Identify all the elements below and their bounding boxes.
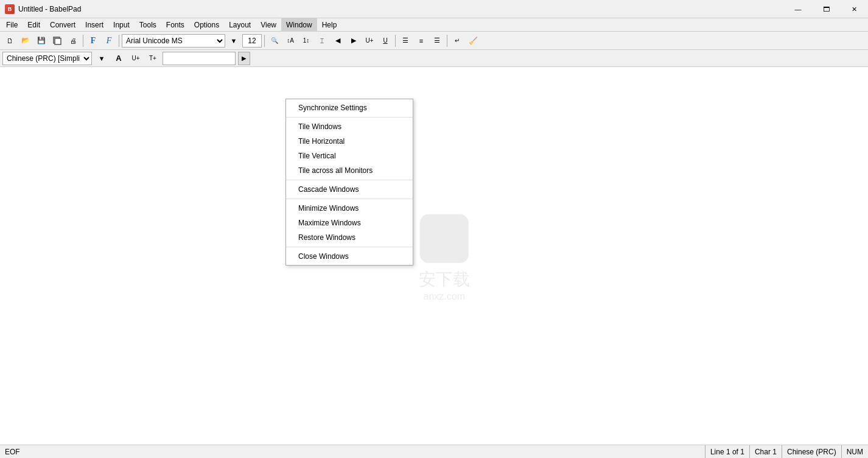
num-button[interactable]: 1↕ [299,33,313,48]
title-bar: B Untitled - BabelPad — 🗖 ✕ [0,0,868,18]
uu-button[interactable]: U [378,33,393,48]
menu-convert[interactable]: Convert [45,18,80,32]
menu-help[interactable]: Help [317,18,342,32]
new-button[interactable]: 🗋 [2,33,17,48]
menu-item-restore-windows[interactable]: Restore Windows [286,230,413,245]
menu-input[interactable]: Input [108,18,135,32]
eraser-button[interactable]: 🧹 [466,33,480,48]
menu-edit[interactable]: Edit [23,18,45,32]
fwd-button[interactable]: ▶ [346,33,361,48]
dropdown-separator-3 [286,199,413,199]
watermark-text: 安下载 [419,268,470,291]
menu-fonts[interactable]: Fonts [161,18,189,32]
t-plus-button[interactable]: T+ [145,51,160,66]
align-right-button[interactable]: ☰ [430,33,444,48]
menu-item-sync-settings[interactable]: Synchronize Settings [286,100,413,115]
toolbar-separator-1 [83,35,83,47]
toolbar-separator-5 [447,35,447,47]
menu-bar: File Edit Convert Insert Input Tools Fon… [0,18,868,32]
status-num: NUM [842,445,868,458]
toolbar-separator-2 [119,35,119,47]
toolbar-separator-3 [264,35,265,47]
menu-item-minimize-windows[interactable]: Minimize Windows [286,201,413,216]
dropdown-separator-4 [286,247,413,247]
save-all-button[interactable] [50,33,65,48]
status-char: Char 1 [750,445,782,458]
char-map-button[interactable]: 🔍 [267,33,282,48]
watermark-icon [420,214,469,263]
menu-tools[interactable]: Tools [135,18,161,32]
save-button[interactable]: 💾 [34,33,49,48]
menu-item-tile-horizontal[interactable]: Tile Horizontal [286,134,413,149]
toolbar-separator-4 [395,35,396,47]
font-size-input[interactable] [242,34,262,48]
svg-rect-1 [55,38,61,44]
font-name-select[interactable]: Arial Unicode MS [122,34,225,48]
u-plus-button[interactable]: U+ [128,51,143,66]
menu-item-close-windows[interactable]: Close Windows [286,249,413,264]
dropdown-separator-2 [286,180,413,180]
watermark-site: anxz.com [424,291,465,302]
go-button[interactable]: ▶ [238,52,250,65]
watermark: 安下载 anxz.com [419,214,470,302]
font-a-button[interactable]: A [111,51,126,66]
menu-item-tile-windows[interactable]: Tile Windows [286,119,413,134]
menu-options[interactable]: Options [189,18,224,32]
font-dropdown-button[interactable]: ▼ [226,33,241,48]
status-bar: EOF Line 1 of 1 Char 1 Chinese (PRC) NUM [0,445,868,458]
bold-f-button[interactable]: F [86,33,100,48]
status-eof: EOF [0,445,705,458]
print-button[interactable]: 🖨 [66,33,80,48]
menu-item-tile-vertical[interactable]: Tile Vertical [286,149,413,163]
back-button[interactable]: ◀ [331,33,345,48]
menu-layout[interactable]: Layout [224,18,256,32]
minimize-button[interactable]: — [784,0,812,18]
menu-item-tile-all-monitors[interactable]: Tile across all Monitors [286,163,413,178]
window-title: Untitled - BabelPad [18,5,81,13]
window-controls: — 🗖 ✕ [784,0,868,18]
line-button[interactable]: ⌶ [315,33,329,48]
align-center-button[interactable]: ≡ [414,33,429,48]
app-icon: B [5,4,15,14]
unicode-u-button[interactable]: U+ [362,33,377,48]
window-dropdown-menu: Synchronize Settings Tile Windows Tile H… [285,99,413,266]
align-left-button[interactable]: ☰ [398,33,413,48]
menu-window[interactable]: Window [281,18,317,32]
sort-button[interactable]: ↕A [283,33,298,48]
wrap-button[interactable]: ↵ [450,33,464,48]
status-line: Line 1 of 1 [705,445,750,458]
toolbar-secondary: Chinese (PRC) [Simpli ▼ A U+ T+ ▶ [0,50,868,67]
maximize-button[interactable]: 🗖 [812,0,840,18]
char-input[interactable] [163,52,236,65]
menu-insert[interactable]: Insert [80,18,108,32]
menu-view[interactable]: View [256,18,281,32]
close-button[interactable]: ✕ [840,0,868,18]
menu-item-cascade-windows[interactable]: Cascade Windows [286,182,413,197]
main-content-area: 安下载 anxz.com Synchronize Settings Tile W… [0,67,868,458]
menu-file[interactable]: File [1,18,23,32]
lang-dropdown-button[interactable]: ▼ [94,51,109,66]
language-select[interactable]: Chinese (PRC) [Simpli [2,52,92,65]
menu-item-maximize-windows[interactable]: Maximize Windows [286,216,413,230]
status-language: Chinese (PRC) [782,445,842,458]
italic-f-button[interactable]: F [102,33,116,48]
toolbar-main: 🗋 📂 💾 🖨 F F Arial Unicode MS ▼ 🔍 ↕A 1↕ ⌶… [0,32,868,50]
dropdown-separator-1 [286,117,413,118]
open-button[interactable]: 📂 [18,33,33,48]
